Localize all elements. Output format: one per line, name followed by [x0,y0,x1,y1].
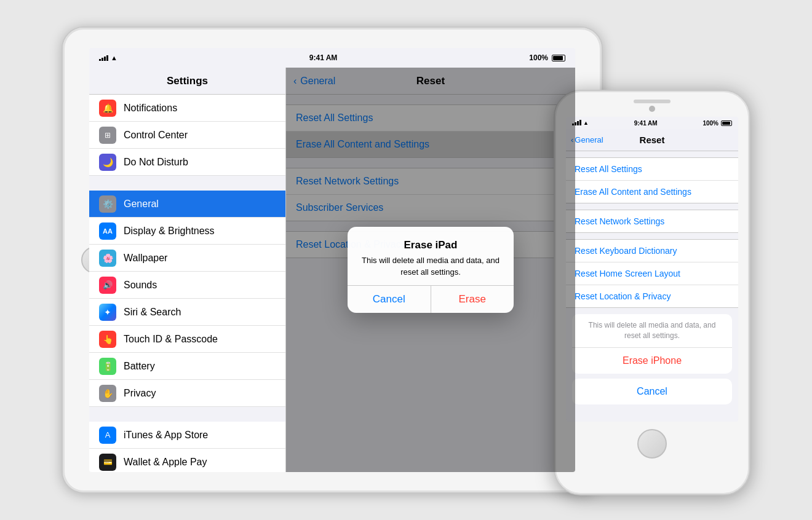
sidebar-item-sounds[interactable]: 🔊 Sounds [89,272,285,299]
iphone-wifi-icon: ▲ [583,120,589,126]
iphone-section-2: Reset Network Settings [566,210,738,233]
battery-icon-sidebar: 🔋 [99,358,116,375]
battery-fill [553,56,563,60]
ipad-screen: ▲ 9:41 AM 100% Settings 🔔 [89,48,575,472]
general-icon: ⚙️ [99,195,116,213]
iphone-back-label: General [575,135,603,144]
iphone-action-sheet: This will delete all media and data, and… [566,308,738,416]
sidebar-item-label: General [124,199,159,210]
iphone-reset-home-screen[interactable]: Reset Home Screen Layout [566,262,738,285]
sidebar-item-label: Notifications [124,103,177,114]
iphone-battery-icon [721,120,732,126]
ipad-content: Settings 🔔 Notifications ⊞ Control Cente… [89,68,575,472]
bar1 [99,59,101,61]
iphone-bar3 [577,121,579,125]
iphone-battery-fill [722,122,730,125]
wifi-icon: ▲ [111,54,117,61]
iphone-section-3: Reset Keyboard Dictionary Reset Home Scr… [566,239,738,308]
iphone-section-1: Reset All Settings Erase All Content and… [566,157,738,203]
sidebar-item-label: Display & Brightness [124,226,215,237]
sidebar-spacer [89,176,285,191]
iphone-nav-bar: ‹ General Reset [566,129,738,151]
action-sheet-cancel-button[interactable]: Cancel [572,379,732,404]
sidebar-item-general[interactable]: ⚙️ General [89,191,285,218]
iphone-battery-pct: 100% [703,120,718,127]
sidebar-item-label: Siri & Search [124,307,181,318]
sidebar-item-wallpaper[interactable]: 🌸 Wallpaper [89,245,285,272]
sidebar-item-label: Touch ID & Passcode [124,334,218,345]
iphone-reset-all[interactable]: Reset All Settings [566,158,738,181]
ipad-status-left: ▲ [99,54,117,61]
sidebar-item-siri[interactable]: ✦ Siri & Search [89,299,285,326]
action-sheet-main: This will delete all media and data, and… [572,314,732,374]
do-not-disturb-icon: 🌙 [99,154,116,171]
modal-erase-button[interactable]: Erase [431,286,514,313]
sidebar-title: Settings [167,75,208,87]
modal-cancel-button[interactable]: Cancel [348,286,431,313]
sidebar-item-notifications[interactable]: 🔔 Notifications [89,95,285,122]
iphone-time: 9:41 AM [634,120,658,127]
iphone-camera [649,106,655,112]
action-sheet-cancel-section: Cancel [572,379,732,404]
bar4 [106,55,108,61]
sidebar-item-touchid[interactable]: 👆 Touch ID & Passcode [89,326,285,353]
iphone-bar4 [579,120,581,125]
iphone-back-button[interactable]: ‹ General [571,135,603,144]
itunes-icon: A [99,427,116,444]
iphone-home-button[interactable] [637,429,667,459]
siri-icon: ✦ [99,304,116,321]
sidebar-item-label: Control Center [124,130,188,141]
wallet-icon: 💳 [99,454,116,471]
sidebar-item-battery[interactable]: 🔋 Battery [89,353,285,380]
action-sheet-erase-button[interactable]: Erase iPhone [572,348,732,374]
sidebar-item-control-center[interactable]: ⊞ Control Center [89,122,285,149]
sidebar-header: Settings [89,68,285,95]
sounds-icon: 🔊 [99,277,116,294]
sidebar-item-label: Do Not Disturb [124,157,188,168]
ipad-battery-pct: 100% [529,53,548,62]
sidebar-item-label: iTunes & App Store [124,430,208,441]
iphone-reset-keyboard[interactable]: Reset Keyboard Dictionary [566,240,738,262]
sidebar-item-label: Battery [124,361,155,372]
iphone-reset-list: Reset All Settings Erase All Content and… [566,151,738,422]
control-center-icon: ⊞ [99,127,116,144]
privacy-icon: ✋ [99,385,116,402]
modal-body: Erase iPad This will delete all media an… [348,227,514,285]
iphone-speaker [634,100,671,103]
modal-buttons: Cancel Erase [348,285,514,313]
sidebar-item-display[interactable]: AA Display & Brightness [89,218,285,245]
ipad-time: 9:41 AM [309,53,338,62]
iphone-erase-all[interactable]: Erase All Content and Settings [566,181,738,203]
sidebar-spacer2 [89,407,285,422]
ipad-modal-overlay: Erase iPad This will delete all media an… [286,68,575,472]
ipad-status-right: 100% [529,53,565,62]
bar2 [102,58,103,61]
bar3 [104,57,106,61]
sidebar-item-label: Sounds [124,280,157,291]
iphone-status-bar: ▲ 9:41 AM 100% [566,117,738,129]
iphone-device: ▲ 9:41 AM 100% ‹ General Reset Reset All… [554,90,750,495]
modal-title: Erase iPad [357,239,504,251]
ipad-status-bar: ▲ 9:41 AM 100% [89,48,575,68]
iphone-reset-network[interactable]: Reset Network Settings [566,210,738,232]
iphone-status-right: 100% [703,120,732,127]
notifications-icon: 🔔 [99,100,116,117]
ipad-device: ▲ 9:41 AM 100% Settings 🔔 [62,26,603,494]
action-sheet-message: This will delete all media and data, and… [572,314,732,348]
iphone-nav-title: Reset [640,135,665,145]
sidebar-item-label: Privacy [124,388,156,399]
ipad-modal-dialog: Erase iPad This will delete all media an… [348,227,514,312]
sidebar-item-itunes[interactable]: A iTunes & App Store [89,422,285,449]
wallpaper-icon: 🌸 [99,250,116,267]
ipad-battery-icon [552,55,565,61]
modal-message: This will delete all media and data, and… [357,255,504,277]
touchid-icon: 👆 [99,331,116,348]
sidebar-item-privacy[interactable]: ✋ Privacy [89,380,285,407]
sidebar-item-wallet[interactable]: 💳 Wallet & Apple Pay [89,449,285,472]
sidebar-item-do-not-disturb[interactable]: 🌙 Do Not Disturb [89,149,285,176]
iphone-reset-location[interactable]: Reset Location & Privacy [566,285,738,307]
signal-bars [99,55,108,61]
sidebar-item-label: Wallet & Apple Pay [124,457,207,468]
iphone-screen: ▲ 9:41 AM 100% ‹ General Reset Reset All… [566,117,738,422]
ipad-main-panel: ‹ General Reset Reset All Settings Erase… [286,68,575,472]
